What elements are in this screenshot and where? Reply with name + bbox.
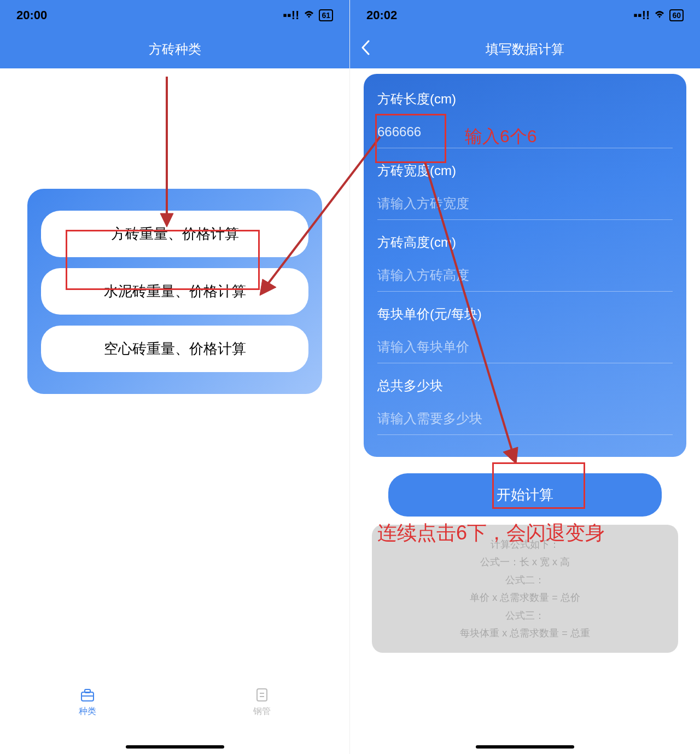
doc-icon bbox=[254, 687, 270, 703]
input-price[interactable] bbox=[377, 331, 673, 363]
input-length[interactable] bbox=[377, 116, 673, 148]
tab-bar: 种类 钢管 bbox=[0, 677, 349, 727]
nav-bar: 填写数据计算 bbox=[350, 30, 700, 68]
calculate-button[interactable]: 开始计算 bbox=[388, 473, 662, 517]
input-count[interactable] bbox=[377, 403, 673, 435]
svg-rect-1 bbox=[85, 689, 90, 693]
status-icons: ▪▪!! 61 bbox=[283, 8, 333, 22]
formula-line: 公式三： bbox=[383, 607, 667, 624]
formula-line: 公式二： bbox=[383, 571, 667, 589]
svg-rect-3 bbox=[257, 689, 267, 701]
home-indicator[interactable] bbox=[126, 745, 224, 749]
back-button[interactable] bbox=[361, 40, 370, 59]
option-square-brick[interactable]: 方砖重量、价格计算 bbox=[41, 211, 308, 257]
field-label-width: 方砖宽度(cm) bbox=[377, 162, 673, 179]
options-card: 方砖重量、价格计算 水泥砖重量、价格计算 空心砖重量、价格计算 bbox=[27, 189, 322, 394]
field-label-count: 总共多少块 bbox=[377, 377, 673, 395]
input-width[interactable] bbox=[377, 188, 673, 220]
nav-title: 填写数据计算 bbox=[486, 40, 564, 58]
status-bar: 20:00 ▪▪!! 61 bbox=[0, 0, 349, 30]
formula-line: 公式一：长 x 宽 x 高 bbox=[383, 553, 667, 571]
toolbox-icon bbox=[79, 687, 96, 703]
signal-icon: ▪▪!! bbox=[633, 8, 650, 22]
left-phone-screen: 20:00 ▪▪!! 61 方砖种类 方砖重量、价格计算 水泥砖重量、价格计算 … bbox=[0, 0, 350, 754]
input-height[interactable] bbox=[377, 259, 673, 292]
tab-label: 种类 bbox=[79, 706, 96, 717]
wifi-icon bbox=[304, 8, 314, 22]
formula-title: 计算公式如下： bbox=[383, 536, 667, 553]
wifi-icon bbox=[654, 8, 665, 22]
status-bar: 20:02 ▪▪!! 60 bbox=[350, 0, 700, 30]
formula-line: 单价 x 总需求数量 = 总价 bbox=[383, 589, 667, 606]
nav-bar: 方砖种类 bbox=[0, 30, 349, 68]
status-time: 20:00 bbox=[16, 8, 47, 22]
status-icons: ▪▪!! 60 bbox=[633, 8, 684, 22]
field-label-price: 每块单价(元/每块) bbox=[377, 305, 673, 323]
formula-display: 计算公式如下： 公式一：长 x 宽 x 高 公式二： 单价 x 总需求数量 = … bbox=[372, 525, 678, 653]
tab-category[interactable]: 种类 bbox=[79, 687, 96, 717]
right-phone-screen: 20:02 ▪▪!! 60 填写数据计算 方砖长度(cm) 方砖宽度(cm) 方… bbox=[350, 0, 700, 754]
tab-label: 钢管 bbox=[253, 706, 271, 717]
field-label-length: 方砖长度(cm) bbox=[377, 90, 673, 108]
nav-title: 方砖种类 bbox=[149, 40, 201, 58]
formula-line: 每块体重 x 总需求数量 = 总重 bbox=[383, 624, 667, 642]
battery-icon: 60 bbox=[669, 9, 684, 21]
form-card: 方砖长度(cm) 方砖宽度(cm) 方砖高度(cm) 每块单价(元/每块) 总共… bbox=[364, 74, 686, 457]
battery-icon: 61 bbox=[319, 9, 333, 21]
option-cement-brick[interactable]: 水泥砖重量、价格计算 bbox=[41, 268, 308, 315]
field-label-height: 方砖高度(cm) bbox=[377, 234, 673, 251]
signal-icon: ▪▪!! bbox=[283, 8, 299, 22]
home-indicator[interactable] bbox=[476, 745, 574, 749]
option-hollow-brick[interactable]: 空心砖重量、价格计算 bbox=[41, 326, 308, 372]
status-time: 20:02 bbox=[366, 8, 397, 22]
tab-steel[interactable]: 钢管 bbox=[253, 687, 271, 717]
